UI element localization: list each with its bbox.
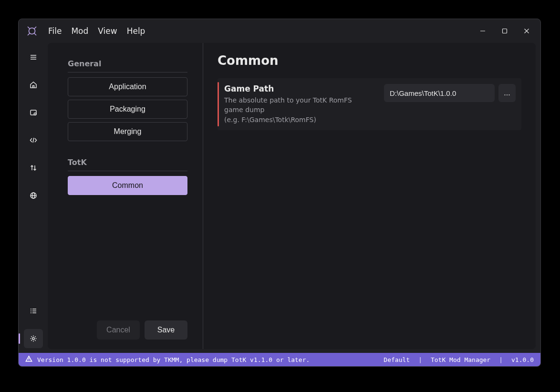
browse-button[interactable]: ...: [498, 84, 516, 102]
menu-view[interactable]: View: [93, 24, 122, 38]
status-profile: Default: [384, 356, 410, 363]
nav-merging[interactable]: Merging: [68, 122, 187, 141]
game-path-input[interactable]: [384, 84, 495, 102]
setting-description: Game Path The absolute path to your TotK…: [224, 84, 358, 124]
settings-actions: Cancel Save: [68, 320, 187, 340]
svg-line-2: [34, 27, 36, 29]
nav-packaging[interactable]: Packaging: [68, 100, 187, 119]
app-logo-icon: [25, 24, 39, 38]
main-panel: General Application Packaging Merging To…: [48, 43, 536, 349]
svg-point-26: [32, 338, 34, 340]
svg-rect-6: [503, 29, 507, 33]
app-body: General Application Packaging Merging To…: [19, 43, 540, 353]
status-version: v1.0.0: [511, 356, 534, 363]
divider: [68, 72, 187, 72]
hamburger-icon[interactable]: [24, 48, 43, 67]
menubar: File Mod View Help: [43, 24, 150, 38]
code-icon[interactable]: [24, 131, 43, 150]
setting-game-path: Game Path The absolute path to your TotK…: [218, 78, 521, 130]
content-heading: Common: [218, 53, 521, 68]
svg-line-1: [28, 27, 30, 29]
nav-rail: [19, 43, 48, 353]
titlebar: File Mod View Help: [19, 19, 540, 43]
warning-icon: [25, 355, 32, 364]
setting-title: Game Path: [224, 84, 358, 93]
svg-line-14: [33, 138, 34, 143]
divider: [68, 171, 187, 171]
status-app-name: TotK Mod Manager: [431, 356, 490, 363]
save-button[interactable]: Save: [145, 320, 187, 340]
sort-icon[interactable]: [24, 158, 43, 177]
package-icon[interactable]: [24, 103, 43, 122]
statusbar: Version 1.0.0 is not supported by TKMM, …: [19, 353, 540, 366]
svg-point-20: [31, 309, 31, 309]
svg-point-28: [29, 361, 29, 361]
status-separator: |: [418, 356, 422, 363]
menu-mod[interactable]: Mod: [66, 24, 93, 38]
app-window: File Mod View Help: [18, 19, 541, 367]
setting-control: ...: [384, 84, 516, 102]
cancel-button[interactable]: Cancel: [97, 320, 140, 340]
svg-point-0: [29, 28, 35, 34]
setting-sub-2: (e.g. F:\Games\Totk\RomFS): [224, 115, 358, 124]
close-button[interactable]: [516, 23, 538, 39]
minimize-button[interactable]: [472, 23, 494, 39]
home-icon[interactable]: [24, 75, 43, 94]
svg-point-22: [31, 310, 31, 311]
nav-common[interactable]: Common: [68, 176, 187, 195]
settings-sidebar: General Application Packaging Merging To…: [48, 43, 203, 349]
menu-file[interactable]: File: [43, 24, 66, 38]
settings-content: Common Game Path The absolute path to yo…: [203, 43, 536, 349]
nav-application[interactable]: Application: [68, 77, 187, 96]
svg-rect-12: [31, 110, 36, 115]
svg-point-13: [34, 113, 36, 115]
maximize-button[interactable]: [494, 23, 516, 39]
menu-help[interactable]: Help: [122, 24, 150, 38]
status-separator: |: [499, 356, 503, 363]
svg-point-24: [31, 312, 31, 313]
setting-sub-1: The absolute path to your TotK RomFS gam…: [224, 95, 358, 115]
svg-line-4: [34, 33, 36, 35]
status-message: Version 1.0.0 is not supported by TKMM, …: [37, 356, 310, 363]
list-icon[interactable]: [24, 301, 43, 320]
group-title-general: General: [68, 59, 187, 68]
window-controls: [472, 23, 538, 39]
svg-line-3: [28, 33, 30, 35]
globe-icon[interactable]: [24, 186, 43, 205]
group-title-totk: TotK: [68, 158, 187, 167]
settings-icon[interactable]: [24, 329, 43, 348]
